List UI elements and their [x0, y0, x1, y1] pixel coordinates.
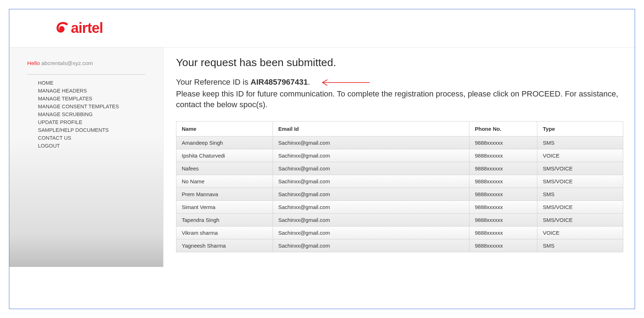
sidebar-nav: HOME MANAGE HEADERS MANAGE TEMPLATES MAN… — [27, 79, 156, 150]
cell-type: SMS/VOICE — [537, 201, 623, 214]
arrow-left-icon — [319, 78, 373, 88]
reference-suffix: . — [308, 78, 310, 86]
cell-name: Ipshita Chaturvedi — [176, 149, 273, 162]
table-row: Yagneesh SharmaSachinxx@gmail.com9888xxx… — [176, 239, 623, 252]
greeting-label: Hello — [27, 60, 40, 67]
user-email: abcrentals@xyz.com — [42, 60, 93, 66]
cell-name: Amandeep Singh — [176, 136, 273, 149]
cell-type: SMS/VOICE — [537, 214, 623, 227]
table-row: NafeesSachinxx@gmail.com9888xxxxxxSMS/VO… — [176, 162, 623, 175]
app-frame: airtel Hello abcrentals@xyz.com HOME MAN… — [9, 9, 635, 309]
table-row: Vikram sharmaSachinxx@gmail.com9888xxxxx… — [176, 227, 623, 239]
sidebar-item-contact-us[interactable]: CONTACT US — [27, 134, 156, 142]
spoc-table: Name Email Id Phone No. Type Amandeep Si… — [176, 121, 623, 252]
cell-type: SMS/VOICE — [537, 162, 623, 175]
table-header-row: Name Email Id Phone No. Type — [176, 121, 623, 136]
cell-email: Sachinxx@gmail.com — [273, 227, 469, 239]
table-row: Simant VermaSachinxx@gmail.com9888xxxxxx… — [176, 201, 623, 214]
cell-email: Sachinxx@gmail.com — [273, 188, 469, 201]
table-row: Ipshita ChaturvediSachinxx@gmail.com9888… — [176, 149, 623, 162]
cell-email: Sachinxx@gmail.com — [273, 201, 469, 214]
table-row: Amandeep SinghSachinxx@gmail.com9888xxxx… — [176, 136, 623, 149]
cell-name: Nafees — [176, 162, 273, 175]
cell-name: Tapendra Singh — [176, 214, 273, 227]
sidebar-item-manage-scrubbing[interactable]: MANAGE SCRUBBING — [27, 110, 156, 118]
cell-name: Prem Mannava — [176, 188, 273, 201]
cell-phone: 9888xxxxxx — [469, 162, 537, 175]
cell-phone: 9888xxxxxx — [469, 175, 537, 188]
column-header-name: Name — [176, 121, 273, 136]
sidebar: Hello abcrentals@xyz.com HOME MANAGE HEA… — [9, 48, 163, 267]
main-layout: Hello abcrentals@xyz.com HOME MANAGE HEA… — [9, 47, 635, 267]
cell-type: VOICE — [537, 227, 623, 239]
cell-phone: 9888xxxxxx — [469, 201, 537, 214]
cell-name: Simant Verma — [176, 201, 273, 214]
reference-id: AIR4857967431 — [250, 78, 308, 86]
brand-logo: airtel — [56, 20, 103, 36]
cell-name: Vikram sharma — [176, 227, 273, 239]
table-row: No NameSachinxx@gmail.com9888xxxxxxSMS/V… — [176, 175, 623, 188]
reference-line: Your Reference ID is AIR4857967431. — [176, 78, 628, 87]
sidebar-item-logout[interactable]: LOGOUT — [27, 142, 156, 150]
sidebar-item-home[interactable]: HOME — [27, 79, 156, 87]
sidebar-item-manage-consent-templates[interactable]: MANAGE CONSENT TEMPLATES — [27, 103, 156, 110]
instruction-text: Please keep this ID for future communica… — [176, 89, 628, 111]
cell-phone: 9888xxxxxx — [469, 136, 537, 149]
airtel-swirl-icon — [56, 21, 69, 35]
column-header-phone: Phone No. — [469, 121, 537, 136]
cell-phone: 9888xxxxxx — [469, 214, 537, 227]
cell-email: Sachinxx@gmail.com — [273, 136, 469, 149]
greeting-line: Hello abcrentals@xyz.com — [27, 60, 156, 66]
cell-email: Sachinxx@gmail.com — [273, 162, 469, 175]
sidebar-item-sample-help-documents[interactable]: SAMPLE/HELP DOCUMENTS — [27, 126, 156, 134]
cell-name: Yagneesh Sharma — [176, 239, 273, 252]
cell-type: SMS — [537, 188, 623, 201]
cell-email: Sachinxx@gmail.com — [273, 239, 469, 252]
content-wrap: airtel Hello abcrentals@xyz.com HOME MAN… — [9, 9, 635, 267]
column-header-email: Email Id — [273, 121, 469, 136]
reference-prefix: Your Reference ID is — [176, 78, 250, 86]
cell-type: SMS — [537, 136, 623, 149]
cell-phone: 9888xxxxxx — [469, 149, 537, 162]
cell-type: VOICE — [537, 149, 623, 162]
page-heading: Your request has been submitted. — [176, 56, 628, 69]
cell-type: SMS — [537, 239, 623, 252]
cell-email: Sachinxx@gmail.com — [273, 149, 469, 162]
sidebar-divider — [27, 74, 145, 75]
main-content: Your request has been submitted. Your Re… — [163, 48, 635, 267]
cell-phone: 9888xxxxxx — [469, 239, 537, 252]
column-header-type: Type — [537, 121, 623, 136]
sidebar-item-update-profile[interactable]: UPDATE PROFILE — [27, 118, 156, 126]
sidebar-item-manage-templates[interactable]: MANAGE TEMPLATES — [27, 95, 156, 103]
logo-area: airtel — [9, 20, 635, 47]
brand-name: airtel — [71, 20, 103, 36]
table-body: Amandeep SinghSachinxx@gmail.com9888xxxx… — [176, 136, 623, 252]
cell-phone: 9888xxxxxx — [469, 188, 537, 201]
cell-phone: 9888xxxxxx — [469, 227, 537, 239]
cell-type: SMS/VOICE — [537, 175, 623, 188]
cell-name: No Name — [176, 175, 273, 188]
cell-email: Sachinxx@gmail.com — [273, 175, 469, 188]
table-row: Prem MannavaSachinxx@gmail.com9888xxxxxx… — [176, 188, 623, 201]
sidebar-item-manage-headers[interactable]: MANAGE HEADERS — [27, 87, 156, 95]
table-row: Tapendra SinghSachinxx@gmail.com9888xxxx… — [176, 214, 623, 227]
cell-email: Sachinxx@gmail.com — [273, 214, 469, 227]
